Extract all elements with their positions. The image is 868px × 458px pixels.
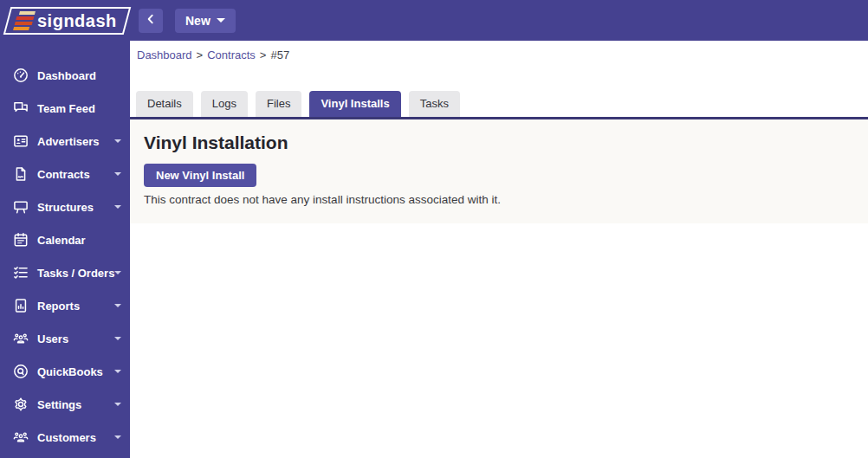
brand-name: signdash — [37, 12, 117, 29]
advertisers-icon — [12, 132, 29, 150]
chevron-down-icon — [114, 205, 121, 209]
chevron-left-icon — [145, 13, 157, 28]
caret-down-icon — [217, 18, 225, 23]
sidebar-item-label: Team Feed — [37, 102, 95, 115]
sidebar-item-label: Calendar — [37, 234, 86, 247]
sidebar-item-label: Users — [37, 332, 68, 345]
dashboard-icon — [12, 67, 29, 84]
breadcrumb-link-dashboard[interactable]: Dashboard — [137, 48, 192, 61]
breadcrumb-separator: > — [260, 48, 267, 61]
tab-vinyl-installs[interactable]: Vinyl Installs — [309, 91, 400, 117]
logo-stripes-icon — [13, 11, 36, 30]
contracts-icon — [12, 165, 29, 183]
reports-icon — [12, 297, 29, 314]
calendar-icon — [12, 231, 29, 248]
top-bar: signdash New — [0, 0, 868, 41]
sidebar-item-label: Tasks / Orders — [37, 267, 114, 280]
tab-bar: Details Logs Files Vinyl Installs Tasks — [130, 91, 868, 119]
sidebar-item-label: Dashboard — [37, 69, 96, 82]
sidebar-item-label: QuickBooks — [37, 365, 103, 378]
new-button-label: New — [185, 14, 211, 28]
chevron-down-icon — [114, 370, 121, 373]
tab-logs[interactable]: Logs — [201, 91, 248, 117]
sidebar-item-structures[interactable]: Structures — [0, 190, 130, 223]
sidebar-item-advertisers[interactable]: Advertisers — [0, 125, 130, 158]
chevron-down-icon — [114, 271, 121, 274]
sidebar-item-label: Reports — [37, 300, 80, 313]
sidebar-item-users[interactable]: Users — [0, 322, 130, 355]
tab-details[interactable]: Details — [136, 91, 193, 117]
sidebar-item-team-feed[interactable]: Team Feed — [0, 92, 130, 125]
back-button[interactable] — [139, 9, 163, 33]
sidebar-item-label: Structures — [37, 201, 94, 214]
sidebar-item-label: Settings — [37, 398, 81, 411]
sidebar-item-label: Customers — [37, 431, 96, 444]
breadcrumb: Dashboard>Contracts>#57 — [130, 41, 868, 61]
tab-files[interactable]: Files — [256, 91, 301, 117]
vinyl-installs-panel: Vinyl Installation New Vinyl Install Thi… — [130, 119, 868, 223]
users-group-icon — [12, 330, 29, 347]
breadcrumb-separator: > — [197, 48, 204, 61]
chevron-down-icon — [114, 403, 121, 406]
quickbooks-icon — [12, 363, 29, 380]
chevron-down-icon — [114, 139, 121, 143]
structures-icon — [12, 198, 29, 216]
sidebar-item-customers[interactable]: Customers — [0, 421, 130, 454]
sidebar-item-label: Contracts — [37, 168, 90, 181]
sidebar-item-tasks-orders[interactable]: Tasks / Orders — [0, 256, 130, 289]
logo-area: signdash — [0, 7, 130, 35]
sidebar-item-settings[interactable]: Settings — [0, 388, 130, 421]
sidebar-item-quickbooks[interactable]: QuickBooks — [0, 355, 130, 388]
chevron-down-icon — [114, 337, 121, 340]
chevron-down-icon — [114, 304, 121, 307]
new-dropdown-button[interactable]: New — [175, 9, 236, 33]
brand-logo[interactable]: signdash — [3, 7, 131, 35]
sidebar-item-dashboard[interactable]: Dashboard — [0, 59, 130, 92]
chevron-down-icon — [114, 172, 121, 176]
sidebar-nav: Dashboard Team Feed Advertisers — [0, 41, 130, 458]
page-title: Vinyl Installation — [144, 131, 854, 154]
sidebar-item-reports[interactable]: Reports — [0, 289, 130, 322]
breadcrumb-link-contracts[interactable]: Contracts — [207, 48, 256, 61]
sidebar-item-label: Advertisers — [37, 135, 100, 148]
tab-tasks[interactable]: Tasks — [409, 91, 460, 117]
chevron-down-icon — [114, 435, 121, 439]
sidebar-item-contracts[interactable]: Contracts — [0, 158, 130, 190]
new-vinyl-install-button[interactable]: New Vinyl Install — [144, 164, 256, 187]
customers-group-icon — [12, 429, 29, 446]
breadcrumb-current: #57 — [270, 48, 289, 61]
sidebar-item-calendar[interactable]: Calendar — [0, 223, 130, 256]
gear-icon — [12, 396, 29, 413]
team-feed-icon — [12, 100, 29, 117]
main-content: Dashboard>Contracts>#57 Details Logs Fil… — [130, 41, 868, 458]
tasks-checklist-icon — [12, 264, 29, 281]
empty-state-message: This contract does not have any install … — [144, 193, 854, 206]
